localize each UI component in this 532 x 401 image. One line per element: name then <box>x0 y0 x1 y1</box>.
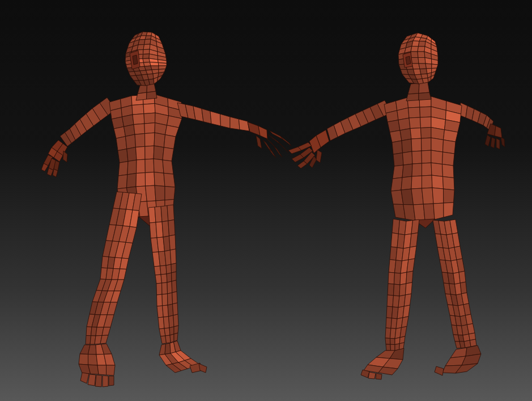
basemesh-front-figure-left-foot-face <box>107 365 116 375</box>
basemesh-front-figure-right-leg-face <box>168 220 175 237</box>
basemesh-front-figure-torso-face <box>136 146 146 160</box>
basemesh-back-figure-back-torso-face <box>398 118 410 130</box>
basemesh-front-figure-left-foot-toe-face <box>109 376 114 386</box>
basemesh-front-figure-torso-face <box>127 174 137 188</box>
basemesh-front-figure-torso-face <box>127 160 137 175</box>
basemesh-back-figure-back-torso-face <box>388 120 400 133</box>
basemesh-front-figure-right-leg-face <box>169 235 176 250</box>
basemesh-back-figure-back-torso-face <box>420 107 431 117</box>
basemesh-front-figure-head-face <box>144 39 151 45</box>
basemesh-front-figure-head-face <box>158 63 167 66</box>
basemesh-back-figure-back-torso-face <box>391 178 402 191</box>
basemesh-front-figure-torso-face <box>164 173 175 187</box>
basemesh-back-figure-right-leg-face <box>467 324 475 335</box>
basemesh-front-figure-head-face <box>143 49 150 54</box>
basemesh-front-figure-left-leg-face <box>102 327 110 336</box>
basemesh-back-figure-back-torso-face <box>442 152 455 166</box>
basemesh-back-figure-head-face <box>425 64 432 69</box>
basemesh-front-figure-right-leg-face <box>172 292 177 304</box>
basemesh-front-figure-torso-face <box>163 147 174 161</box>
basemesh-front-figure-torso-face <box>145 159 154 173</box>
basemesh-front-figure-torso-face <box>134 124 145 134</box>
basemesh-front-figure-right-leg-face <box>172 280 177 293</box>
basemesh-front-figure-right-ring-finger-face <box>274 146 282 157</box>
basemesh-front-figure-torso-face <box>133 114 144 125</box>
basemesh-front-figure-right-arm-face <box>202 109 211 124</box>
basemesh-front-figure-torso-face <box>127 147 137 162</box>
basemesh-back-figure-back-torso-face <box>431 163 443 176</box>
basemesh-front-figure-right-arm-face <box>210 111 221 126</box>
basemesh-front-figure-left-foot-face <box>79 354 88 365</box>
basemesh-back-figure-left-leg-face <box>404 294 411 306</box>
basemesh-back-figure-left-leg-face <box>406 271 413 284</box>
basemesh-front-figure-right-leg-face <box>170 334 174 343</box>
basemesh-back-figure-left-leg-face <box>388 284 394 296</box>
basemesh-back-figure-back-torso-face <box>414 204 425 221</box>
basemesh-back-figure-head-face <box>418 52 425 58</box>
basemesh-back-figure-left-leg-face <box>406 282 412 295</box>
figure-back-view[interactable] <box>288 33 505 379</box>
basemesh-back-figure-left-leg-face <box>407 259 415 272</box>
basemesh-front-figure-torso-face <box>116 137 127 151</box>
basemesh-back-figure-back-torso-face <box>408 107 420 118</box>
basemesh-back-figure-head-face <box>418 47 425 52</box>
basemesh-front-figure-torso-face <box>117 175 127 189</box>
basemesh-front-figure-left-foot-toe-face <box>95 375 102 387</box>
basemesh-front-figure-torso-face <box>126 134 136 149</box>
basemesh-back-figure-head-face <box>425 58 432 65</box>
basemesh-back-figure-back-torso-face <box>443 176 455 190</box>
basemesh-front-figure-right-leg-face <box>167 281 172 294</box>
figure-front-three-quarter[interactable] <box>41 32 291 387</box>
basemesh-front-figure-right-leg-face <box>173 314 178 327</box>
basemesh-back-figure-back-torso-face <box>412 163 422 176</box>
basemesh-back-figure-back-torso-face <box>392 141 403 154</box>
basemesh-back-figure-back-torso-face <box>432 175 444 189</box>
basemesh-back-figure-left-leg-face <box>411 220 419 234</box>
basemesh-back-figure-back-torso-face <box>444 202 454 217</box>
basemesh-front-figure-torso-face <box>137 159 146 174</box>
basemesh-back-figure-left-foot-toe-face <box>361 370 369 378</box>
basemesh-front-figure-torso-face <box>135 134 145 147</box>
basemesh-front-figure-head-face <box>143 54 150 59</box>
basemesh-front-figure-torso-face <box>163 160 173 174</box>
basemesh-front-figure-left-foot-face <box>88 354 98 366</box>
basemesh-back-figure-back-torso-face <box>423 204 435 220</box>
basemesh-back-figure-left-leg-face <box>408 246 416 260</box>
basemesh-back-figure-back-torso-face <box>393 153 403 167</box>
basemesh-back-figure-back-torso-face <box>409 117 421 129</box>
basemesh-front-figure-left-foot-toe-face <box>88 374 96 386</box>
basemesh-front-figure-head-face <box>137 45 144 50</box>
basemesh-back-figure-head-face <box>422 78 428 83</box>
basemesh-back-figure-head-face <box>420 69 427 74</box>
basemesh-front-figure-right-leg-face <box>172 272 177 281</box>
basemesh-back-figure-back-torso-face <box>390 130 402 142</box>
basemesh-front-figure-right-leg-face <box>160 265 167 275</box>
basemesh-back-figure-right-finger-face <box>485 135 491 146</box>
basemesh-front-figure-right-leg-face <box>156 283 162 295</box>
basemesh-front-figure-right-hand-face <box>248 122 260 136</box>
basemesh-back-figure-ear-inner-face <box>406 56 411 65</box>
basemesh-front-figure-right-index-finger-face <box>280 136 291 146</box>
basemesh-front-figure-torso-face <box>154 172 165 187</box>
basemesh-front-figure-right-leg-face <box>168 293 173 305</box>
basemesh-back-figure-back-torso-face <box>444 189 455 203</box>
basemesh-back-figure-back-torso-face <box>443 140 456 154</box>
basemesh-back-figure-right-leg-face <box>470 339 476 347</box>
basemesh-back-figure-back-torso-face <box>400 129 411 141</box>
basemesh-front-figure-torso-face <box>118 149 128 163</box>
basemesh-front-figure-right-hand-face <box>258 126 267 139</box>
basemesh-back-figure-right-finger-face <box>496 138 500 149</box>
basemesh-back-figure-back-torso-face <box>431 138 444 152</box>
sculpt-canvas[interactable] <box>0 0 532 401</box>
basemesh-front-figure-right-foot-face <box>165 343 171 354</box>
basemesh-front-figure-right-leg-face <box>161 274 167 283</box>
basemesh-front-figure-right-leg-face <box>167 273 172 282</box>
basemesh-front-figure-right-leg-face <box>174 333 178 341</box>
basemesh-back-figure-back-torso-face <box>411 138 422 151</box>
basemesh-back-figure-back-torso-face <box>411 176 422 189</box>
basemesh-front-figure-right-leg-face <box>157 294 163 306</box>
basemesh-front-figure-torso-face <box>136 173 146 187</box>
basemesh-front-figure-right-leg-face <box>154 266 161 275</box>
basemesh-back-figure-head-face <box>418 58 425 64</box>
basemesh-front-figure-right-foot-toe-face <box>199 364 207 373</box>
